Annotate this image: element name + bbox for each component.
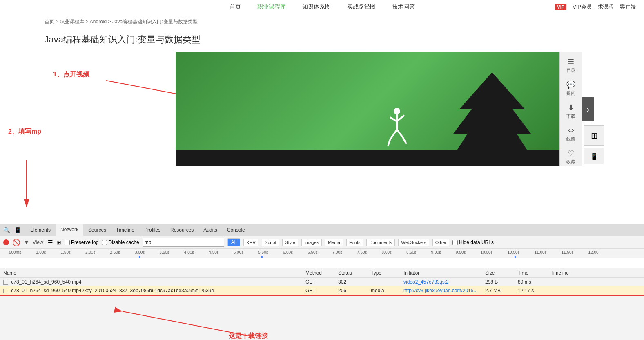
row2-type: media — [368, 286, 400, 295]
view-list-icon[interactable]: ☰ — [48, 239, 53, 246]
table-header-row: Name Method Status Type Initiator Size T… — [0, 268, 644, 278]
svg-line-11 — [403, 138, 406, 144]
preserve-log-text: Preserve log — [71, 239, 98, 245]
inspect-icon[interactable]: 🔍 — [3, 227, 10, 233]
video-container[interactable] — [176, 52, 559, 166]
table-row[interactable]: c78_01_h264_sd_960_540.mp4?key=201506241… — [0, 286, 644, 295]
preserve-log-checkbox[interactable] — [65, 240, 70, 245]
hide-data-urls-checkbox[interactable] — [452, 240, 458, 245]
file-icon-1 — [3, 280, 8, 285]
vip-badge: VIP — [555, 4, 566, 10]
sidebar-btn-question[interactable]: 💬 提问 — [560, 77, 582, 100]
filter-style-btn[interactable]: Style — [282, 239, 298, 246]
nav-courses[interactable]: 职业课程库 — [257, 3, 286, 11]
row2-initiator-link[interactable]: http://cv3.jikexueyuan.com/2015... — [403, 288, 477, 293]
menu-icon: ☰ — [568, 57, 574, 66]
tab-network[interactable]: Network — [56, 224, 83, 236]
th-method: Method — [302, 268, 335, 278]
download-annotation-area: 这是下载链接 — [0, 295, 644, 340]
row1-method: GET — [302, 278, 335, 286]
row1-initiator-link[interactable]: video2_457e783.js:2 — [403, 279, 449, 285]
timeline-marker-2 — [261, 256, 263, 258]
nav-home[interactable]: 首页 — [230, 3, 241, 11]
download-label: 这是下载链接 — [229, 332, 268, 340]
heart-icon: ♡ — [568, 149, 574, 158]
row1-name: c78_01_h264_sd_960_540.mp4 — [0, 278, 302, 286]
row2-name: c78_01_h264_sd_960_540.mp4?key=201506241… — [0, 286, 302, 295]
th-type: Type — [368, 268, 400, 278]
ruler-8s: 8.00s — [374, 250, 399, 255]
question-icon: 💬 — [566, 80, 575, 89]
filter-xhr-btn[interactable]: XHR — [243, 239, 258, 246]
filter-other-btn[interactable]: Other — [432, 239, 450, 246]
filter-media-btn[interactable]: Media — [325, 239, 343, 246]
top-nav: 首页 职业课程库 知识体系图 实战路径图 技术问答 VIP VIP会员 求课程 … — [0, 0, 644, 14]
hide-data-urls-text: Hide data URLs — [459, 239, 494, 245]
page-title: Java编程基础知识入门:变量与数据类型 — [36, 29, 608, 52]
tab-timeline[interactable]: Timeline — [111, 225, 139, 235]
mobile-icon[interactable]: 📱 — [14, 227, 21, 233]
th-timeline: Timeline — [547, 268, 644, 278]
vip-label[interactable]: VIP会员 — [573, 3, 592, 11]
sidebar-btn-route[interactable]: ⇔ 线路 — [560, 123, 582, 145]
disable-cache-checkbox[interactable] — [102, 240, 107, 245]
svg-line-10 — [388, 140, 390, 146]
timeline-ruler: 500ms 1.00s 1.50s 2.00s 2.50s 3.00s 3.50… — [0, 249, 644, 256]
sidebar-btn-contents[interactable]: ☰ 目录 — [560, 54, 582, 77]
ruler-2-5s: 2.50s — [103, 250, 127, 255]
ruler-7s: 7.00s — [325, 250, 350, 255]
svg-point-4 — [394, 108, 400, 114]
filter-input[interactable] — [143, 238, 224, 247]
nav-path[interactable]: 实战路径图 — [347, 3, 376, 11]
view-grid-icon[interactable]: ⊞ — [56, 239, 61, 246]
ruler-4-5s: 4.50s — [201, 250, 226, 255]
network-toolbar: 🚫 ▼ View: ☰ ⊞ Preserve log Disable cache… — [0, 236, 644, 249]
ruler-5s: 5.00s — [226, 250, 251, 255]
tab-audits[interactable]: Audits — [198, 225, 222, 235]
sidebar-btn-download[interactable]: ⬇ 下载 — [560, 100, 582, 123]
tab-profiles[interactable]: Profiles — [139, 225, 165, 235]
network-empty-row — [0, 258, 644, 268]
hide-data-urls-label: Hide data URLs — [452, 239, 494, 245]
nav-qa[interactable]: 技术问答 — [392, 3, 415, 11]
ruler-11s: 11.00s — [527, 250, 554, 255]
ruler-9-5s: 9.50s — [448, 250, 473, 255]
sidebar-label-question: 提问 — [566, 90, 575, 96]
filter-documents-btn[interactable]: Documents — [366, 239, 395, 246]
sidebar-label-download: 下载 — [566, 113, 575, 119]
seek-course[interactable]: 求课程 — [598, 3, 614, 11]
filter-images-btn[interactable]: Images — [301, 239, 322, 246]
devtools-tab-bar: 🔍 📱 Elements Network Sources Timeline Pr… — [0, 224, 644, 236]
th-name: Name — [0, 268, 302, 278]
ruler-5-5s: 5.50s — [251, 250, 275, 255]
ruler-1s: 1.00s — [29, 250, 53, 255]
row1-initiator: video2_457e783.js:2 — [400, 278, 482, 286]
nav-knowledge[interactable]: 知识体系图 — [302, 3, 331, 11]
filter-all-btn[interactable]: All — [227, 238, 240, 246]
client[interactable]: 客户端 — [620, 3, 636, 11]
filter-icon: ▼ — [24, 239, 29, 246]
disable-cache-label: Disable cache — [102, 239, 139, 245]
ruler-2s: 2.00s — [78, 250, 103, 255]
filter-websockets-btn[interactable]: WebSockets — [398, 239, 429, 246]
sidebar-btn-favorite[interactable]: ♡ 收藏 — [560, 145, 582, 168]
filter-fonts-btn[interactable]: Fonts — [346, 239, 363, 246]
timeline-marker-1 — [139, 256, 140, 258]
tab-sources[interactable]: Sources — [83, 225, 111, 235]
sidebar-label-favorite: 收藏 — [566, 159, 575, 165]
phone-icon: 📱 — [584, 148, 604, 164]
table-row[interactable]: c78_01_h264_sd_960_540.mp4 GET 302 video… — [0, 278, 644, 286]
row2-initiator: http://cv3.jikexueyuan.com/2015... — [400, 286, 482, 295]
ruler-10-5s: 10.50s — [500, 250, 527, 255]
th-status: Status — [335, 268, 368, 278]
record-btn[interactable] — [3, 239, 9, 245]
clear-btn[interactable]: 🚫 — [12, 239, 20, 246]
tab-resources[interactable]: Resources — [165, 225, 198, 235]
expand-btn[interactable]: › — [582, 97, 594, 121]
tab-elements[interactable]: Elements — [25, 225, 56, 235]
ground — [176, 150, 559, 166]
filter-script-btn[interactable]: Script — [262, 239, 279, 246]
tab-console[interactable]: Console — [222, 225, 250, 235]
breadcrumb-text: 首页 > 职业课程库 > Android > Java编程基础知识入门:变量与数… — [45, 19, 198, 25]
disable-cache-text: Disable cache — [108, 239, 139, 245]
